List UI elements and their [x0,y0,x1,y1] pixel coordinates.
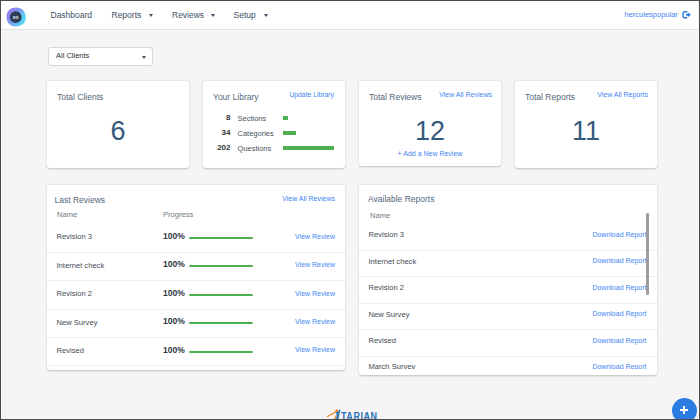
svg-text:xo: xo [13,14,19,20]
